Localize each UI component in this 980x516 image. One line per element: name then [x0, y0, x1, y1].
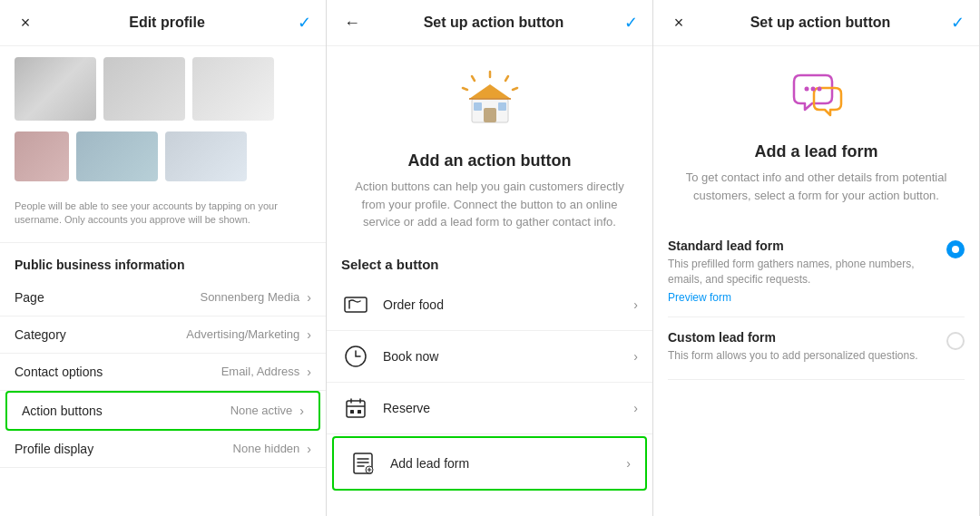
close-icon[interactable]: ×: [15, 14, 36, 33]
standard-lead-form-option[interactable]: Standard lead form This prefilled form g…: [668, 226, 965, 317]
svg-rect-14: [350, 410, 354, 414]
book-now-chevron: ›: [633, 349, 638, 364]
contact-right: Email, Address ›: [221, 365, 311, 379]
add-lead-form-chevron: ›: [626, 456, 631, 471]
reserve-row[interactable]: Reserve ›: [327, 383, 652, 434]
add-lead-form-row[interactable]: Add lead form ›: [332, 436, 647, 491]
lead-form-panel: × Set up action button ✓ Add a lead form…: [653, 0, 980, 516]
edit-profile-title: Edit profile: [129, 15, 205, 31]
profile-image-1: [15, 57, 96, 121]
svg-line-3: [513, 88, 517, 90]
svg-rect-8: [474, 102, 482, 111]
standard-form-preview-link[interactable]: Preview form: [668, 291, 936, 304]
contact-chevron: ›: [307, 365, 311, 379]
action-buttons-label: Action buttons: [22, 404, 103, 418]
lead-form-hero-desc: To get contact info and other details fr…: [671, 169, 961, 204]
standard-form-content: Standard lead form This prefilled form g…: [668, 239, 936, 304]
book-now-label: Book now: [383, 349, 633, 364]
page-row[interactable]: Page Sonnenberg Media ›: [0, 279, 326, 316]
lead-form-illustration: [785, 68, 848, 131]
reserve-chevron: ›: [633, 401, 638, 415]
svg-rect-9: [498, 102, 506, 111]
profile-image-2: [103, 57, 185, 121]
contact-value: Email, Address: [221, 365, 300, 378]
lead-form-title: Set up action button: [750, 15, 891, 31]
action-buttons-chevron: ›: [299, 404, 304, 418]
page-right: Sonnenberg Media ›: [200, 290, 311, 305]
svg-rect-15: [358, 410, 361, 414]
lead-form-options: Standard lead form This prefilled form g…: [653, 219, 979, 387]
action-confirm-icon[interactable]: ✓: [624, 13, 638, 33]
profile-display-label: Profile display: [15, 442, 93, 456]
custom-form-radio[interactable]: [946, 332, 965, 350]
custom-form-title: Custom lead form: [668, 330, 936, 345]
edit-profile-header: × Edit profile ✓: [0, 0, 326, 46]
action-buttons-row[interactable]: Action buttons None active ›: [5, 391, 320, 431]
store-icon: [454, 68, 526, 141]
page-value: Sonnenberg Media: [200, 290, 299, 304]
action-buttons-right: None active ›: [230, 404, 304, 418]
order-food-chevron: ›: [633, 297, 638, 312]
action-buttons-value: None active: [230, 404, 293, 417]
standard-form-title: Standard lead form: [668, 239, 936, 253]
reserve-icon: [341, 394, 370, 423]
svg-rect-11: [345, 297, 367, 312]
page-chevron: ›: [307, 290, 311, 305]
profile-display-value: None hidden: [233, 442, 300, 455]
svg-line-1: [505, 76, 508, 81]
svg-point-19: [810, 87, 815, 92]
lead-form-hero: Add a lead form To get contact info and …: [653, 46, 979, 219]
category-value: Advertising/Marketing: [186, 327, 299, 341]
category-right: Advertising/Marketing ›: [186, 327, 311, 342]
add-lead-form-icon: [348, 449, 377, 478]
category-label: Category: [15, 327, 66, 342]
svg-point-20: [817, 87, 821, 92]
standard-form-radio[interactable]: [946, 240, 965, 258]
order-food-label: Order food: [383, 297, 633, 312]
svg-line-4: [463, 88, 467, 90]
standard-form-desc: This prefilled form gathers names, phone…: [668, 257, 936, 287]
confirm-icon[interactable]: ✓: [298, 13, 311, 33]
svg-marker-5: [469, 84, 511, 99]
select-button-label: Select a button: [327, 246, 652, 279]
contact-label: Contact options: [15, 365, 103, 379]
edit-profile-panel: × Edit profile ✓ People will be able to …: [0, 0, 327, 516]
lead-form-header: × Set up action button ✓: [653, 0, 979, 46]
action-button-content: Add an action button Action buttons can …: [327, 46, 652, 516]
custom-lead-form-option[interactable]: Custom lead form This form allows you to…: [668, 317, 965, 381]
svg-line-2: [472, 76, 475, 81]
action-button-title: Set up action button: [424, 15, 564, 31]
profile-image-6: [165, 131, 247, 181]
profile-display-right: None hidden ›: [233, 442, 311, 456]
book-now-row[interactable]: Book now ›: [327, 331, 652, 383]
profile-display-chevron: ›: [307, 442, 311, 456]
lead-form-close-icon[interactable]: ×: [668, 14, 690, 33]
order-food-icon: [341, 290, 370, 319]
category-chevron: ›: [307, 327, 311, 342]
page-label: Page: [15, 290, 44, 305]
svg-rect-7: [484, 108, 496, 122]
custom-form-desc: This form allows you to add personalized…: [668, 348, 936, 364]
svg-point-18: [804, 87, 808, 92]
add-lead-form-label: Add lead form: [390, 456, 626, 471]
profile-image-5: [76, 131, 158, 181]
category-row[interactable]: Category Advertising/Marketing ›: [0, 316, 326, 354]
action-button-hero-desc: Action buttons can help you gain custome…: [345, 178, 634, 231]
action-button-header: ← Set up action button ✓: [327, 0, 652, 46]
svg-rect-13: [347, 401, 365, 417]
order-food-row[interactable]: Order food ›: [327, 279, 652, 331]
profile-images-row1: [0, 46, 326, 131]
profile-images-row2: [0, 131, 326, 192]
back-icon[interactable]: ←: [341, 14, 363, 33]
public-business-label: Public business information: [0, 243, 326, 279]
action-button-hero: Add an action button Action buttons can …: [327, 46, 652, 246]
profile-image-4: [15, 131, 69, 181]
contact-options-row[interactable]: Contact options Email, Address ›: [0, 354, 326, 391]
lead-form-confirm-icon[interactable]: ✓: [951, 13, 965, 33]
profile-display-row[interactable]: Profile display None hidden ›: [0, 431, 326, 468]
custom-form-content: Custom lead form This form allows you to…: [668, 330, 936, 367]
action-button-hero-title: Add an action button: [408, 151, 572, 170]
profile-description: People will be able to see your accounts…: [0, 192, 326, 243]
profile-image-3: [192, 57, 274, 121]
lead-form-hero-title: Add a lead form: [754, 142, 877, 161]
